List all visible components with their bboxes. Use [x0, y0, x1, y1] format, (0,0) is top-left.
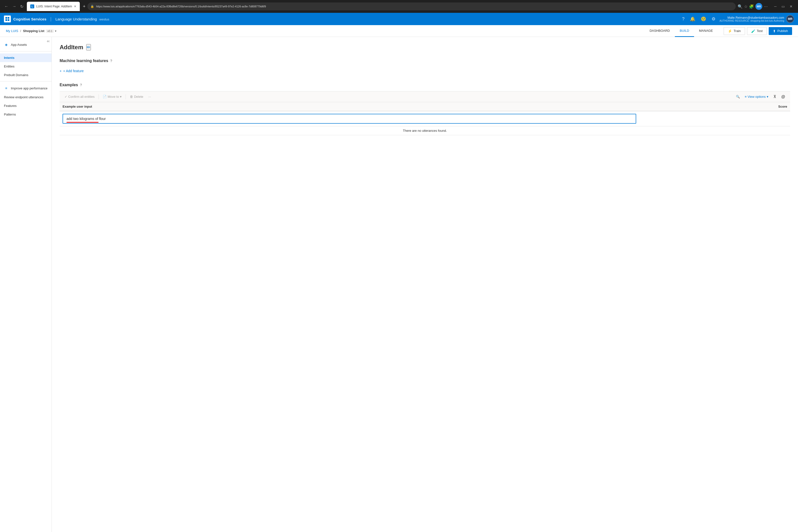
train-button[interactable]: ⚡ Train [724, 27, 745, 35]
more-label: ··· [148, 95, 151, 98]
address-bar[interactable]: 🔒 https://www.luis.ai/applications/e7763… [88, 2, 736, 10]
publish-button[interactable]: ⬆ Publish [769, 27, 792, 35]
main-content: AddItem ✏ Machine learning features ? + … [52, 37, 798, 532]
view-options-button[interactable]: ≡ View options ▾ [743, 94, 771, 99]
url-text: https://www.luis.ai/applications/e7763af… [96, 5, 733, 8]
add-feature-button[interactable]: + + Add feature [60, 67, 84, 75]
move-to-label: Move to [108, 95, 119, 98]
brand-separator: | [50, 17, 52, 22]
examples-table-head: Example user input Score [60, 102, 790, 111]
tab-build[interactable]: BUILD [675, 25, 694, 37]
search-button[interactable]: 🔍 [734, 94, 742, 99]
tab-close-button[interactable]: ✕ [74, 5, 76, 8]
tab-dashboard[interactable]: DASHBOARD [645, 25, 674, 37]
test-button[interactable]: 🧪 Test [747, 27, 767, 35]
confirm-all-entities-button[interactable]: ✓ Confirm all entities [62, 94, 97, 99]
input-row [60, 111, 790, 126]
zoom-button[interactable]: 🔍 [738, 4, 743, 9]
user-resource: AUTHORING RESOURCE: shopping-list-bot-lu… [719, 19, 784, 22]
score-cell [639, 111, 790, 126]
sidebar-divider-1 [0, 51, 52, 52]
forward-button[interactable]: → [11, 3, 18, 10]
ml-features-section: Machine learning features ? + + Add feat… [60, 59, 790, 75]
sidebar-item-features[interactable]: Features [0, 101, 52, 110]
action-buttons: ⚡ Train 🧪 Test ⬆ Publish [724, 27, 792, 35]
bookmark-button[interactable]: ☆ [744, 4, 747, 9]
view-options-label: View options [747, 95, 765, 98]
tab-favicon: L [30, 4, 34, 8]
new-tab-button[interactable]: + [83, 4, 86, 9]
minimize-button[interactable]: ─ [772, 3, 779, 10]
no-utterances-message: There are no utterances found. [60, 126, 790, 135]
move-to-button[interactable]: 📄 Move to ▾ [101, 94, 124, 99]
profile-button[interactable]: MR [755, 3, 762, 10]
mention-icon: @ [781, 95, 785, 99]
col-score-header: Score [639, 102, 790, 111]
sidebar-item-review-endpoint[interactable]: Review endpoint utterances [0, 93, 52, 101]
sidebar-toggle-button[interactable]: ‹‹ [47, 39, 50, 43]
move-to-chevron: ▾ [120, 95, 122, 98]
sidebar-item-prebuilt-domains[interactable]: Prebuilt Domains [0, 71, 52, 79]
sidebar-intents-label: Intents [4, 56, 15, 60]
improve-icon: ≡ [4, 86, 8, 90]
delete-label: Delete [134, 95, 143, 98]
brand-svg [5, 17, 10, 21]
breadcrumb-my-luis[interactable]: My LUIS [6, 29, 18, 33]
sidebar-review-label: Review endpoint utterances [4, 95, 43, 99]
svg-rect-3 [8, 19, 10, 21]
move-to-icon: 📄 [103, 95, 107, 98]
toolbar-separator-1 [98, 94, 99, 99]
examples-section: Examples ? ✓ Confirm all entities 📄 Move… [60, 83, 790, 135]
extensions-button[interactable]: 🧩 [749, 4, 754, 9]
view-options-icon: ≡ [745, 95, 747, 98]
browser-avatar: MR [755, 3, 762, 10]
sidebar-item-improve-performance[interactable]: ≡ Improve app performance [0, 83, 52, 93]
user-input-field[interactable] [62, 114, 636, 124]
breadcrumb-chevron[interactable]: ▾ [55, 29, 56, 33]
maximize-button[interactable]: ▭ [779, 3, 787, 10]
user-section: Malte.Reimann@studentambassadors.com AUT… [719, 15, 794, 23]
examples-help-icon[interactable]: ? [80, 83, 82, 87]
user-avatar[interactable]: MR [786, 15, 794, 23]
sidebar-item-patterns[interactable]: Patterns [0, 110, 52, 119]
notification-icon[interactable]: 🔔 [688, 15, 697, 23]
breadcrumb-version: v0.1 [46, 29, 54, 33]
sidebar-entities-label: Entities [4, 64, 15, 68]
sidebar-prebuilt-label: Prebuilt Domains [4, 73, 28, 77]
brand-name: Cognitive Services [13, 17, 46, 21]
help-icon[interactable]: ? [680, 16, 686, 23]
sidebar-app-assets-label: App Assets [11, 43, 27, 46]
reload-button[interactable]: ↻ [19, 3, 25, 10]
browser-action-buttons: 🔍 ☆ 🧩 MR ⋯ [738, 3, 768, 10]
page-title: AddItem [60, 44, 83, 51]
app-body: ‹‹ ◈ App Assets Intents Entities Prebuil… [0, 37, 798, 532]
ml-features-title: Machine learning features [60, 59, 108, 63]
delete-button[interactable]: 🗑 Delete [128, 94, 145, 99]
user-input-cell [60, 111, 639, 126]
top-navbar: Cognitive Services | Language Understand… [0, 13, 798, 25]
tab-manage[interactable]: MANAGE [694, 25, 718, 37]
examples-title: Examples [60, 83, 78, 87]
mention-button[interactable]: @ [779, 94, 787, 100]
examples-table-body: There are no utterances found. [60, 111, 790, 135]
sidebar-item-app-assets[interactable]: ◈ App Assets [0, 40, 52, 49]
sidebar-patterns-label: Patterns [4, 113, 16, 116]
more-button[interactable]: ··· [146, 94, 153, 99]
sidebar-item-entities[interactable]: Entities [0, 62, 52, 71]
sidebar-item-intents[interactable]: Intents [0, 54, 52, 62]
toolbar-right: 🔍 ≡ View options ▾ ⊼ @ [734, 93, 787, 100]
examples-table: Example user input Score There are no ut… [60, 102, 790, 135]
settings-icon[interactable]: ⚙ [709, 15, 718, 23]
tab-title: LUIS: Intent Page: AddItem [36, 5, 72, 8]
filter-button[interactable]: ⊼ [772, 93, 778, 100]
feedback-icon[interactable]: 🙂 [699, 15, 708, 23]
back-button[interactable]: ← [3, 3, 10, 10]
close-button[interactable]: ✕ [787, 3, 795, 10]
app-assets-icon: ◈ [4, 42, 8, 47]
more-button[interactable]: ⋯ [764, 4, 768, 9]
browser-tab[interactable]: L LUIS: Intent Page: AddItem ✕ [27, 2, 80, 11]
nav-buttons: ← → ↻ [3, 3, 25, 10]
ml-features-help-icon[interactable]: ? [110, 59, 112, 63]
toolbar-separator-2 [126, 94, 126, 99]
page-title-edit-button[interactable]: ✏ [86, 44, 91, 51]
